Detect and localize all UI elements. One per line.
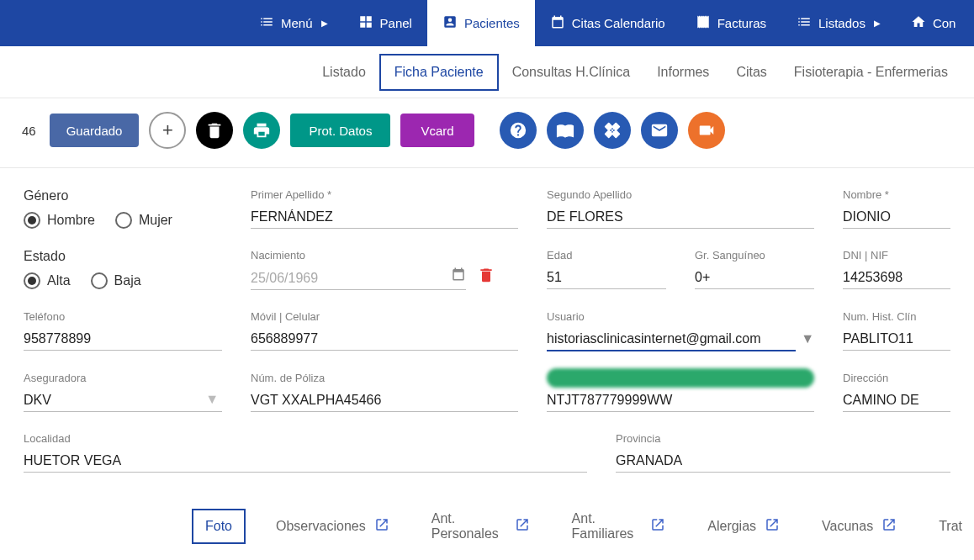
dni-label: DNI | NIF: [843, 249, 950, 262]
num-hist-field[interactable]: [843, 328, 950, 351]
home-icon: [911, 14, 926, 33]
nav-menu-label: Menú: [281, 16, 313, 30]
nacimiento-label: Nacimiento: [251, 249, 518, 262]
nacimiento-field[interactable]: [251, 267, 466, 290]
open-external-icon[interactable]: [650, 517, 665, 536]
trash-icon[interactable]: [478, 267, 495, 287]
delete-button[interactable]: [196, 112, 233, 149]
tab-ant-personales[interactable]: Ant. Personales: [420, 503, 542, 550]
nav-listados[interactable]: Listados ▶: [781, 0, 896, 46]
tab-observaciones[interactable]: Observaciones: [264, 509, 401, 544]
patient-form: Género Hombre Mujer Primer Apellido * Se…: [0, 168, 974, 494]
estado-label: Estado: [24, 249, 222, 264]
dropdown-icon[interactable]: ▼: [801, 331, 814, 346]
patient-icon: [442, 14, 458, 33]
nav-pacientes-label: Pacientes: [464, 16, 520, 30]
nav-pacientes[interactable]: Pacientes: [427, 0, 535, 46]
list-icon: [797, 14, 812, 33]
radio-hombre[interactable]: Hombre: [24, 212, 95, 229]
detail-tabs: Foto Observaciones Ant. Personales Ant. …: [0, 494, 974, 550]
print-button[interactable]: [243, 112, 280, 149]
nav-citas-label: Citas Calendario: [572, 16, 665, 30]
add-button[interactable]: +: [149, 112, 186, 149]
aseguradora-field[interactable]: [24, 389, 222, 412]
num-poliza-field[interactable]: [251, 389, 518, 412]
edad-field[interactable]: [547, 267, 666, 289]
telefono-label: Teléfono: [24, 310, 222, 323]
nav-panel[interactable]: Panel: [343, 0, 427, 46]
bandage-button[interactable]: [594, 112, 631, 149]
toolbar: 46 Guardado + Prot. Datos Vcard: [0, 98, 974, 168]
direccion-label: Dirección: [843, 372, 950, 384]
video-button[interactable]: [688, 112, 725, 149]
primer-apellido-field[interactable]: [251, 206, 518, 229]
primer-apellido-label: Primer Apellido *: [251, 188, 518, 201]
subnav-consultas[interactable]: Consultas H.Clínica: [499, 54, 644, 91]
open-external-icon[interactable]: [765, 517, 780, 536]
chevron-right-icon: ▶: [874, 18, 881, 28]
telefono-field[interactable]: [24, 328, 222, 351]
open-external-icon[interactable]: [515, 517, 530, 536]
radio-alta[interactable]: Alta: [24, 272, 71, 289]
movil-field[interactable]: [251, 328, 518, 351]
nav-facturas-label: Facturas: [717, 16, 766, 30]
radio-mujer[interactable]: Mujer: [115, 212, 172, 229]
subnav-listado[interactable]: Listado: [309, 54, 379, 91]
gr-sanguineo-field[interactable]: [695, 267, 814, 289]
edad-label: Edad: [547, 249, 666, 262]
subnav-fisioterapia[interactable]: Fisioterapia - Enfermerias: [781, 54, 961, 91]
nav-facturas[interactable]: Facturas: [680, 0, 781, 46]
num-poliza-label: Núm. de Póliza: [251, 372, 518, 384]
subnav-informes[interactable]: Informes: [643, 54, 723, 91]
provincia-label: Provincia: [616, 432, 950, 445]
usuario-field[interactable]: [547, 328, 796, 351]
nombre-field[interactable]: [843, 206, 950, 229]
nombre-label: Nombre *: [843, 188, 950, 201]
provincia-field[interactable]: [616, 450, 950, 473]
help-button[interactable]: [500, 112, 537, 149]
nav-citas[interactable]: Citas Calendario: [535, 0, 680, 46]
aseguradora-label: Aseguradora: [24, 372, 222, 384]
invoice-icon: [696, 14, 711, 33]
email-button[interactable]: [641, 112, 678, 149]
book-button[interactable]: [547, 112, 584, 149]
calendar-icon[interactable]: [451, 267, 466, 285]
nav-menu[interactable]: Menú ▶: [244, 0, 343, 46]
hidden-field[interactable]: [547, 389, 814, 412]
genero-label: Género: [24, 188, 222, 203]
tab-foto[interactable]: Foto: [192, 509, 246, 544]
segundo-apellido-field[interactable]: [547, 206, 814, 229]
prot-datos-button[interactable]: Prot. Datos: [290, 114, 390, 147]
dni-field[interactable]: [843, 267, 950, 289]
num-hist-label: Num. Hist. Clín: [843, 310, 950, 323]
localidad-field[interactable]: [24, 450, 587, 473]
localidad-label: Localidad: [24, 432, 587, 445]
open-external-icon[interactable]: [374, 517, 389, 536]
redacted-label: [547, 368, 814, 388]
sub-navigation: Listado Ficha Paciente Consultas H.Clíni…: [0, 46, 974, 98]
tab-vacunas[interactable]: Vacunas: [810, 509, 908, 544]
chevron-right-icon: ▶: [321, 18, 328, 28]
tab-ant-familiares[interactable]: Ant. Familiares: [560, 503, 678, 550]
dropdown-icon[interactable]: ▼: [205, 392, 219, 407]
tab-tratamientos[interactable]: Trat: [927, 510, 974, 542]
movil-label: Móvil | Celular: [251, 310, 518, 323]
save-button[interactable]: Guardado: [50, 114, 140, 147]
radio-baja[interactable]: Baja: [91, 272, 141, 289]
tab-alergias[interactable]: Alergias: [696, 509, 791, 544]
nav-config-label: Con: [933, 16, 956, 30]
segundo-apellido-label: Segundo Apellido: [547, 188, 814, 201]
list-icon: [259, 14, 274, 33]
vcard-button[interactable]: Vcard: [400, 114, 474, 147]
usuario-label: Usuario: [547, 310, 814, 323]
nav-listados-label: Listados: [818, 16, 865, 30]
subnav-citas[interactable]: Citas: [723, 54, 780, 91]
open-external-icon[interactable]: [881, 517, 897, 536]
nav-panel-label: Panel: [380, 16, 412, 30]
top-navigation: Menú ▶ Panel Pacientes Citas Calendario …: [0, 0, 974, 46]
direccion-field[interactable]: [843, 389, 950, 412]
patient-id: 46: [22, 124, 36, 138]
calendar-icon: [550, 14, 565, 33]
nav-config[interactable]: Con: [896, 0, 971, 46]
subnav-ficha-paciente[interactable]: Ficha Paciente: [379, 54, 499, 91]
